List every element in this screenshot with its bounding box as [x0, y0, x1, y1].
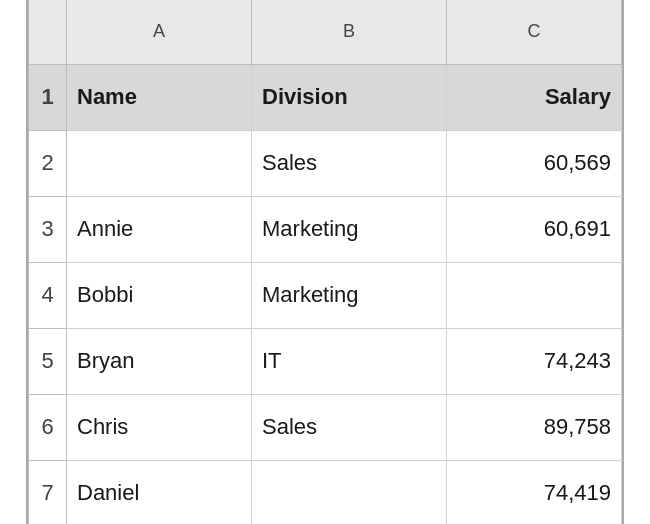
- cell-b7[interactable]: [252, 460, 447, 524]
- table-row: 2Sales60,569: [29, 130, 622, 196]
- cell-a3[interactable]: Annie: [67, 196, 252, 262]
- cell-a5[interactable]: Bryan: [67, 328, 252, 394]
- cell-a1[interactable]: Name: [67, 64, 252, 130]
- col-header-c: C: [447, 0, 622, 64]
- cell-b3[interactable]: Marketing: [252, 196, 447, 262]
- table-row: 5BryanIT74,243: [29, 328, 622, 394]
- col-header-a: A: [67, 0, 252, 64]
- header-row: 1 Name Division Salary: [29, 64, 622, 130]
- cell-c1[interactable]: Salary: [447, 64, 622, 130]
- cell-a4[interactable]: Bobbi: [67, 262, 252, 328]
- cell-a6[interactable]: Chris: [67, 394, 252, 460]
- cell-c4[interactable]: [447, 262, 622, 328]
- cell-a2[interactable]: [67, 130, 252, 196]
- cell-b4[interactable]: Marketing: [252, 262, 447, 328]
- table-row: 4BobbiMarketing: [29, 262, 622, 328]
- table-row: 3AnnieMarketing60,691: [29, 196, 622, 262]
- cell-c3[interactable]: 60,691: [447, 196, 622, 262]
- row-num-6: 6: [29, 394, 67, 460]
- row-num-3: 3: [29, 196, 67, 262]
- cell-b5[interactable]: IT: [252, 328, 447, 394]
- row-num-2: 2: [29, 130, 67, 196]
- cell-c2[interactable]: 60,569: [447, 130, 622, 196]
- table-row: 6ChrisSales89,758: [29, 394, 622, 460]
- corner-cell: [29, 0, 67, 64]
- cell-c6[interactable]: 89,758: [447, 394, 622, 460]
- row-num-4: 4: [29, 262, 67, 328]
- cell-b1[interactable]: Division: [252, 64, 447, 130]
- row-num-1: 1: [29, 64, 67, 130]
- cell-b2[interactable]: Sales: [252, 130, 447, 196]
- row-num-5: 5: [29, 328, 67, 394]
- table-row: 7Daniel74,419: [29, 460, 622, 524]
- cell-a7[interactable]: Daniel: [67, 460, 252, 524]
- cell-b6[interactable]: Sales: [252, 394, 447, 460]
- cell-c7[interactable]: 74,419: [447, 460, 622, 524]
- spreadsheet: A B C 1 Name Division Salary 2Sales60,56…: [26, 0, 624, 524]
- row-num-7: 7: [29, 460, 67, 524]
- cell-c5[interactable]: 74,243: [447, 328, 622, 394]
- col-header-b: B: [252, 0, 447, 64]
